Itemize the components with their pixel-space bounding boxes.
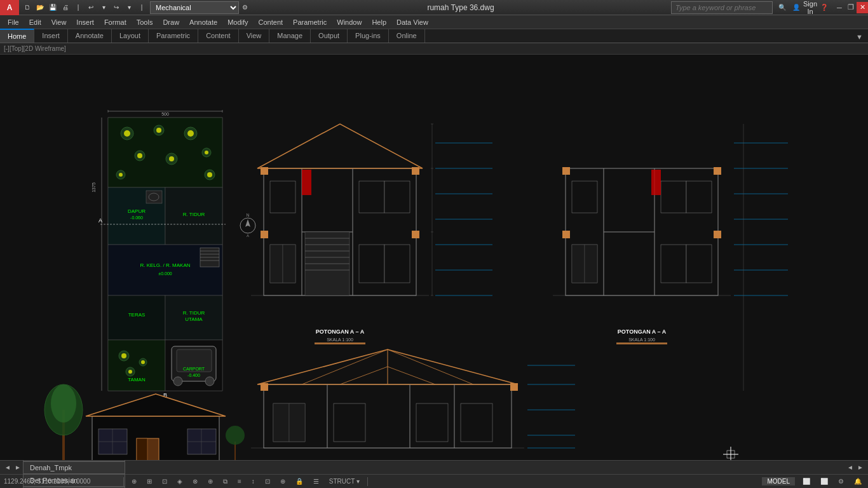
tmodel-button[interactable]: ⊡: [262, 477, 273, 485]
osnap-button[interactable]: ⊗: [190, 477, 200, 485]
app-icon[interactable]: A: [0, 0, 19, 15]
annotation-button[interactable]: ☰: [311, 477, 322, 485]
tab-denah_tmpk[interactable]: Denah_Tmpk: [23, 461, 125, 474]
svg-rect-90: [261, 167, 268, 175]
menu-item-tools[interactable]: Tools: [132, 15, 158, 29]
menu-item-annotate[interactable]: Annotate: [184, 15, 222, 29]
menu-item-window[interactable]: Window: [332, 15, 367, 29]
open-button[interactable]: 📂: [34, 2, 46, 13]
menu-item-format[interactable]: Format: [99, 15, 132, 29]
view-mode-text: [-][Top][2D Wireframe]: [4, 45, 66, 52]
lweight-button[interactable]: ↕: [249, 477, 257, 485]
tab-scroll-left[interactable]: ◄: [845, 463, 855, 473]
menu-item-modify[interactable]: Modify: [222, 15, 253, 29]
menu-item-help[interactable]: Help: [367, 15, 391, 29]
svg-point-8: [187, 130, 194, 137]
grid-button[interactable]: ⊞: [144, 477, 154, 485]
search-input[interactable]: [671, 1, 773, 14]
ribbon-tab-insert[interactable]: Insert: [34, 29, 68, 43]
svg-rect-121: [572, 181, 597, 213]
workspace-settings[interactable]: ⚙: [239, 2, 250, 13]
model-indicator[interactable]: MODEL: [762, 477, 795, 485]
ribbon-tab-output[interactable]: Output: [311, 29, 348, 43]
svg-rect-89: [384, 181, 410, 213]
workspace-status-label[interactable]: STRUCT ▾: [327, 477, 362, 485]
drawing-svg: DAPUR -0.060 R. TIDUR R. KELG. / R. MAKA…: [0, 55, 868, 460]
tab-scroll-right[interactable]: ►: [855, 463, 865, 473]
menu-item-parametric[interactable]: Parametric: [288, 15, 332, 29]
redo-dropdown[interactable]: ▾: [123, 2, 135, 13]
workspace-dropdown[interactable]: Mechanical: [150, 1, 239, 14]
svg-text:N: N: [246, 213, 249, 217]
sc-button[interactable]: 🔒: [293, 477, 306, 485]
info-button[interactable]: ❓: [818, 2, 830, 13]
svg-text:SKALA 1:100: SKALA 1:100: [327, 337, 353, 342]
svg-point-14: [205, 151, 208, 154]
sign-in-button[interactable]: Sign In: [804, 2, 816, 13]
print-button[interactable]: 🖨: [60, 2, 71, 13]
ducs-button[interactable]: ⧉: [220, 477, 230, 486]
svg-rect-86: [384, 245, 410, 283]
svg-rect-123: [686, 181, 712, 213]
ribbon-tab-plug-ins[interactable]: Plug-ins: [348, 29, 389, 43]
svg-text:1375: 1375: [92, 182, 96, 193]
menu-item-content[interactable]: Content: [254, 15, 288, 29]
ribbon-tab-home[interactable]: Home: [0, 29, 34, 43]
svg-point-4: [124, 130, 130, 137]
svg-text:POTONGAN A – A: POTONGAN A – A: [316, 329, 365, 335]
menu-item-draw[interactable]: Draw: [158, 15, 184, 29]
svg-text:-0.060: -0.060: [130, 215, 143, 220]
minimize-button[interactable]: ─: [834, 2, 845, 13]
menu-item-data-view[interactable]: Data View: [391, 15, 433, 29]
svg-rect-124: [562, 167, 570, 175]
layout2-button[interactable]: ⬜: [818, 477, 831, 485]
ribbon-tab-layout[interactable]: Layout: [112, 29, 149, 43]
tab-next-button[interactable]: ►: [13, 463, 23, 473]
menu-item-file[interactable]: File: [3, 15, 24, 29]
ribbon-tab-annotate[interactable]: Annotate: [68, 29, 112, 43]
tab-prev-button[interactable]: ◄: [3, 463, 13, 473]
svg-text:A: A: [98, 217, 102, 224]
svg-rect-156: [461, 403, 492, 442]
layout1-button[interactable]: ⬜: [800, 477, 813, 485]
svg-rect-88: [359, 181, 384, 213]
ortho-button[interactable]: ⊡: [159, 477, 170, 485]
new-button[interactable]: 🗋: [22, 2, 33, 13]
otrack-button[interactable]: ⊕: [205, 477, 215, 485]
ribbon-tabs: HomeInsertAnnotateLayoutParametricConten…: [0, 29, 868, 43]
undo-dropdown[interactable]: ▾: [98, 2, 109, 13]
main-canvas[interactable]: DAPUR -0.060 R. TIDUR R. KELG. / R. MAKA…: [0, 55, 868, 460]
svg-point-10: [137, 153, 142, 158]
menu-item-insert[interactable]: Insert: [71, 15, 99, 29]
svg-text:±0.000: ±0.000: [158, 271, 172, 276]
snap-button[interactable]: ⊕: [129, 477, 139, 485]
file-name: rumah Type 36.dwg: [427, 3, 494, 12]
ribbon-tab-online[interactable]: Online: [389, 29, 425, 43]
svg-rect-85: [359, 245, 384, 283]
redo-button[interactable]: ↪: [111, 2, 122, 13]
notification-icon[interactable]: 🔔: [851, 477, 864, 485]
menu-item-edit[interactable]: Edit: [24, 15, 46, 29]
ribbon-tab-parametric[interactable]: Parametric: [149, 29, 198, 43]
polar-button[interactable]: ◈: [175, 477, 185, 485]
close-button[interactable]: ✕: [857, 2, 868, 13]
save-button[interactable]: 💾: [47, 2, 58, 13]
dyn-button[interactable]: ≡: [235, 477, 244, 485]
ribbon-tab-manage[interactable]: Manage: [269, 29, 311, 43]
menu-item-view[interactable]: View: [46, 15, 72, 29]
svg-rect-117: [572, 245, 585, 283]
svg-rect-92: [412, 167, 419, 175]
help-search-icon[interactable]: 🔍: [776, 2, 788, 13]
settings-icon[interactable]: ⚙: [836, 477, 846, 485]
ribbon-extra-button[interactable]: ▼: [851, 31, 868, 43]
svg-text:POTONGAN A – A: POTONGAN A – A: [618, 329, 667, 335]
svg-point-16: [119, 173, 123, 177]
qp-button[interactable]: ⊕: [278, 477, 288, 485]
login-icon[interactable]: 👤: [790, 2, 802, 13]
svg-rect-122: [661, 181, 686, 213]
ribbon-tab-view[interactable]: View: [239, 29, 270, 43]
svg-point-42: [121, 353, 126, 358]
restore-button[interactable]: ❐: [845, 2, 857, 13]
undo-button[interactable]: ↩: [85, 2, 97, 13]
ribbon-tab-content[interactable]: Content: [198, 29, 239, 43]
